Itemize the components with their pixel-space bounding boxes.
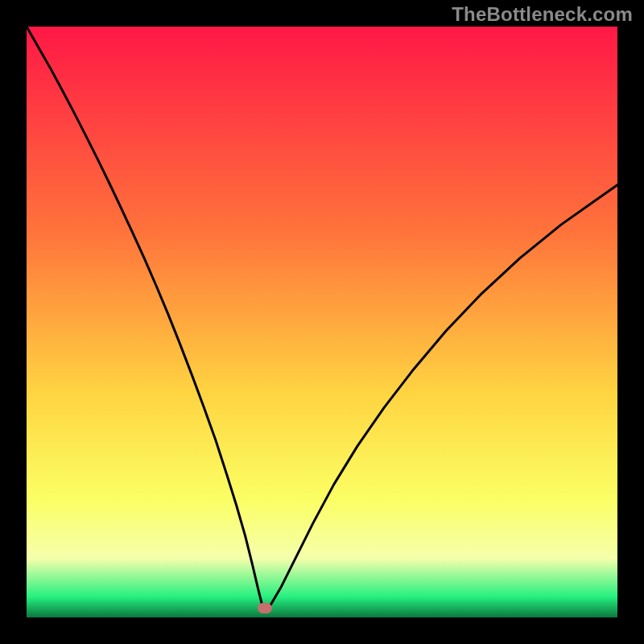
figure-frame: TheBottleneck.com [0,0,644,644]
optimal-point-marker [258,603,272,613]
bottleneck-plot [0,0,644,644]
gradient-background [27,27,617,617]
watermark-text: TheBottleneck.com [452,3,633,26]
